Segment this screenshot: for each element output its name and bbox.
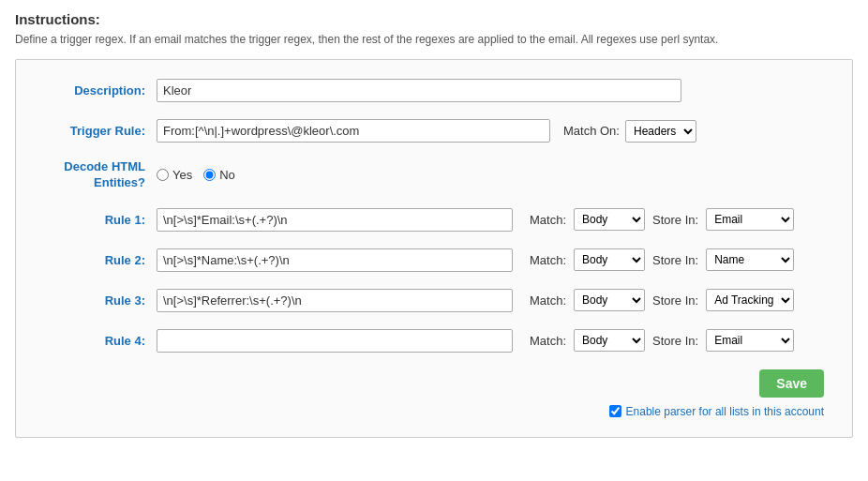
rule-1-row: Rule 1: Match: Body Headers Both Store I… — [35, 208, 824, 232]
rule-2-label: Rule 2: — [35, 253, 157, 267]
trigger-rule-input[interactable] — [157, 119, 550, 143]
rule-1-match-label: Match: — [530, 213, 566, 227]
decode-html-label: Decode HTML Entities? — [35, 159, 157, 191]
radio-yes-label[interactable]: Yes — [157, 168, 192, 182]
trigger-rule-label: Trigger Rule: — [35, 124, 157, 138]
enable-parser-row: Enable parser for all lists in this acco… — [609, 405, 824, 418]
rule-3-content: Match: Body Headers Both Store In: Email… — [157, 289, 794, 312]
rule-3-match-label: Match: — [530, 293, 566, 308]
rule-3-storein-select[interactable]: Email Name Ad Tracking — [706, 289, 794, 311]
rule-2-row: Rule 2: Match: Body Headers Both Store I… — [35, 248, 824, 272]
description-row: Description: — [35, 79, 824, 102]
rule-1-storein-select[interactable]: Email Name Ad Tracking — [706, 208, 794, 231]
rule-4-content: Match: Body Headers Both Store In: Email… — [157, 329, 794, 353]
radio-yes[interactable] — [157, 169, 169, 181]
radio-no-label[interactable]: No — [203, 168, 235, 182]
description-input[interactable] — [157, 79, 681, 102]
rule-4-input[interactable] — [157, 329, 513, 353]
rule-4-row: Rule 4: Match: Body Headers Both Store I… — [35, 329, 824, 353]
footer-row: Save — [35, 369, 824, 398]
rule-2-storein-select[interactable]: Email Name Ad Tracking — [706, 248, 794, 271]
trigger-rule-row: Trigger Rule: Match On: Headers Body Bot… — [35, 119, 824, 143]
rule-1-match-select[interactable]: Body Headers Both — [574, 208, 645, 231]
rule-3-row: Rule 3: Match: Body Headers Both Store I… — [35, 289, 824, 312]
rule-4-storein-select[interactable]: Email Name Ad Tracking — [706, 329, 794, 352]
rule-2-content: Match: Body Headers Both Store In: Email… — [157, 248, 794, 272]
rule-4-label: Rule 4: — [35, 334, 157, 348]
enable-parser-label: Enable parser for all lists in this acco… — [626, 405, 824, 418]
radio-no[interactable] — [203, 169, 216, 181]
decode-radio-group: Yes No — [157, 168, 235, 182]
page-wrapper: Instructions: Define a trigger regex. If… — [0, 0, 868, 481]
decode-html-row: Decode HTML Entities? Yes No — [35, 159, 824, 191]
rule-3-label: Rule 3: — [35, 293, 157, 308]
rule-4-storein-label: Store In: — [652, 334, 698, 348]
rule-3-input[interactable] — [157, 289, 513, 312]
enable-parser-checkbox[interactable] — [609, 405, 621, 417]
rule-4-match-select[interactable]: Body Headers Both — [574, 329, 645, 352]
form-container: Description: Trigger Rule: Match On: Hea… — [15, 59, 853, 438]
rule-3-match-select[interactable]: Body Headers Both — [574, 289, 645, 311]
rule-2-input[interactable] — [157, 248, 513, 272]
rule-2-match-label: Match: — [530, 253, 566, 267]
match-on-label: Match On: — [563, 124, 620, 138]
rule-1-label: Rule 1: — [35, 213, 157, 227]
rule-2-match-select[interactable]: Body Headers Both — [574, 248, 645, 271]
rule-4-match-label: Match: — [530, 334, 566, 348]
match-on-select[interactable]: Headers Body Both — [625, 120, 696, 143]
instructions-text: Define a trigger regex. If an email matc… — [15, 33, 853, 46]
rule-3-storein-label: Store In: — [652, 293, 698, 308]
rule-2-storein-label: Store In: — [652, 253, 698, 267]
rule-1-content: Match: Body Headers Both Store In: Email… — [157, 208, 794, 232]
description-label: Description: — [35, 83, 157, 98]
instructions-heading: Instructions: — [15, 11, 853, 27]
save-button[interactable]: Save — [759, 369, 824, 398]
rule-1-storein-label: Store In: — [652, 213, 698, 227]
rule-1-input[interactable] — [157, 208, 513, 232]
